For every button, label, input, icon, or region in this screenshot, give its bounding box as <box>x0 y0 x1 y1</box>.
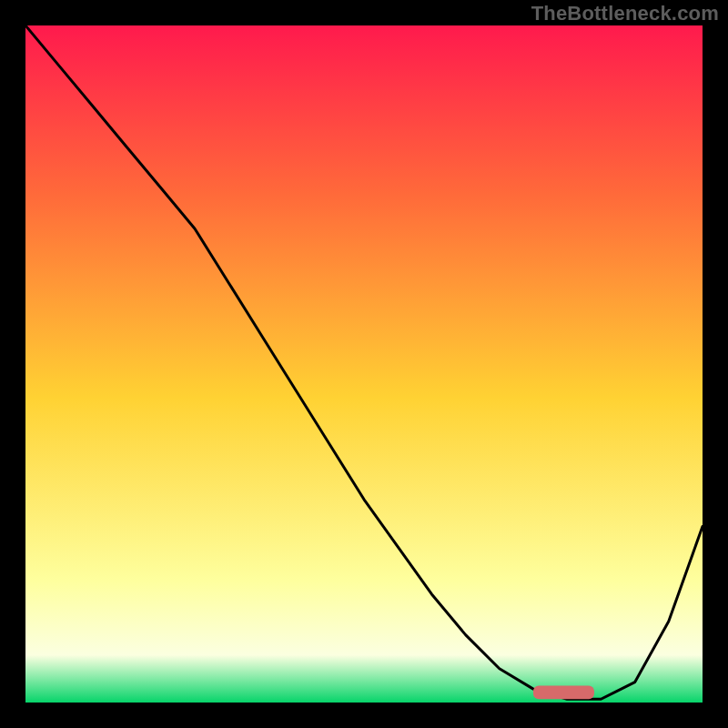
chart-root: TheBottleneck.com <box>0 0 728 728</box>
chart-background <box>25 25 703 703</box>
watermark-text: TheBottleneck.com <box>531 2 719 25</box>
bottleneck-chart <box>25 25 703 703</box>
optimal-marker <box>533 685 594 699</box>
